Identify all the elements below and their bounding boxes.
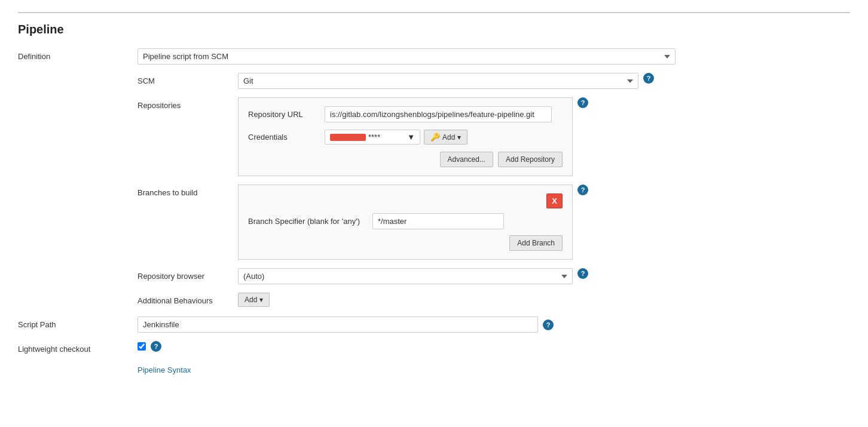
definition-label: Definition [18, 48, 137, 61]
branches-row: Branches to build X Branch Specifier (bl… [137, 185, 850, 260]
script-path-input[interactable] [137, 317, 538, 333]
credentials-row: Credentials **** ▼ 🔑 Add [248, 130, 563, 145]
branch-specifier-row: Branch Specifier (blank for 'any') [248, 213, 563, 229]
repo-url-input[interactable] [325, 106, 552, 122]
additional-behaviours-arrow: ▾ [259, 296, 263, 304]
lightweight-checkout-help-icon[interactable]: ? [151, 341, 161, 352]
lightweight-checkout-checkbox[interactable] [137, 342, 146, 351]
scm-field-label: SCM [137, 73, 233, 85]
lightweight-checkout-row: Lightweight checkout ? [18, 341, 850, 354]
repo-actions: Advanced... Add Repository [248, 152, 563, 167]
repo-browser-label: Repository browser [137, 268, 233, 281]
lightweight-checkbox-wrap [137, 342, 146, 351]
branches-help-icon[interactable]: ? [577, 185, 588, 195]
additional-behaviours-label: Additional Behaviours [137, 293, 233, 305]
script-path-label: Script Path [18, 317, 137, 329]
scm-help-icon[interactable]: ? [643, 73, 654, 84]
repo-browser-help-icon[interactable]: ? [577, 268, 588, 279]
credential-text: **** [368, 133, 380, 142]
repositories-help-icon[interactable]: ? [577, 97, 588, 108]
branches-box: X Branch Specifier (blank for 'any') Add… [238, 185, 573, 260]
script-path-control: ? [137, 317, 850, 333]
advanced-button[interactable]: Advanced... [440, 152, 493, 167]
branches-label: Branches to build [137, 185, 233, 197]
scm-label-spacer [18, 73, 137, 76]
lightweight-checkout-label: Lightweight checkout [18, 341, 137, 354]
add-branch-button[interactable]: Add Branch [509, 235, 563, 251]
credential-bar [330, 134, 366, 141]
repositories-label: Repositories [137, 97, 233, 110]
script-path-row: Script Path ? [18, 317, 850, 333]
scm-select[interactable]: None Git Subversion [238, 73, 638, 89]
branch-actions: Add Branch [248, 235, 563, 251]
credentials-add-button[interactable]: 🔑 Add ▾ [424, 130, 467, 145]
pipeline-syntax-link[interactable]: Pipeline Syntax [137, 365, 191, 374]
add-repository-button[interactable]: Add Repository [498, 152, 563, 167]
lightweight-checkout-control: ? [137, 341, 850, 352]
pipeline-syntax-wrap: Pipeline Syntax [18, 365, 850, 374]
definition-control-wrap: Pipeline script from SCM Pipeline script [137, 48, 850, 64]
repositories-box: Repository URL Credentials **** ▼ [238, 97, 573, 176]
repositories-row: Repositories Repository URL Credentials [137, 97, 850, 176]
credentials-add-label: Add [442, 133, 455, 142]
script-path-help-icon[interactable]: ? [543, 320, 554, 330]
branch-specifier-input[interactable] [372, 213, 504, 229]
credentials-label: Credentials [248, 133, 320, 142]
repo-url-label: Repository URL [248, 110, 320, 119]
page-title: Pipeline [18, 23, 850, 36]
credential-dropdown-arrow[interactable]: ▼ [407, 133, 415, 142]
scm-row: SCM None Git Subversion ? Repositories R… [18, 73, 850, 307]
add-dropdown-arrow: ▾ [457, 133, 461, 142]
repo-browser-row: Repository browser (Auto) ? [137, 268, 850, 284]
delete-branch-button[interactable]: X [546, 193, 563, 208]
credential-display: **** ▼ [325, 130, 420, 145]
definition-select[interactable]: Pipeline script from SCM Pipeline script [137, 48, 676, 64]
additional-behaviours-row: Additional Behaviours Add ▾ [137, 293, 850, 307]
branch-specifier-label: Branch Specifier (blank for 'any') [248, 217, 368, 226]
definition-row: Definition Pipeline script from SCM Pipe… [18, 48, 850, 64]
additional-behaviours-add-button[interactable]: Add ▾ [238, 293, 270, 307]
page-container: Pipeline Definition Pipeline script from… [0, 0, 868, 427]
repo-url-row: Repository URL [248, 106, 563, 122]
additional-behaviours-add-label: Add [244, 296, 257, 304]
scm-selector-row: SCM None Git Subversion ? [137, 73, 850, 89]
credentials-select-wrap: **** ▼ 🔑 Add ▾ [325, 130, 467, 145]
key-icon: 🔑 [430, 133, 440, 142]
repo-browser-select[interactable]: (Auto) [238, 268, 573, 284]
